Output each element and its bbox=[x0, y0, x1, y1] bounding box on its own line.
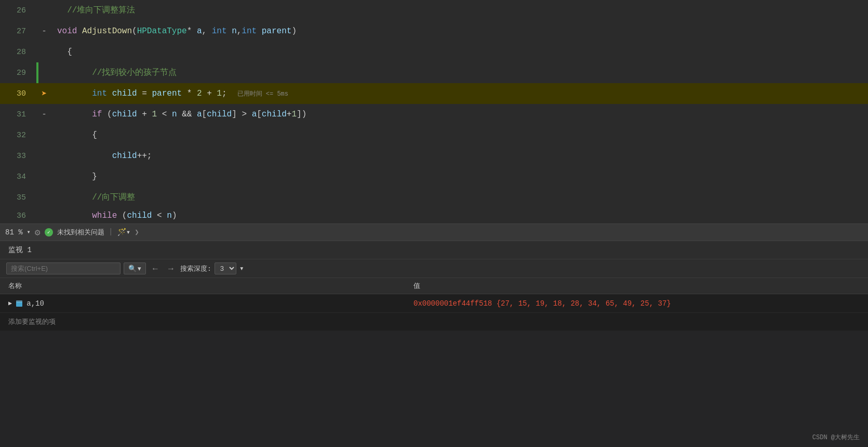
col-header-name: 名称 bbox=[0, 278, 405, 294]
col-header-value: 值 bbox=[405, 278, 868, 294]
forward-arrow-button[interactable]: → bbox=[165, 263, 177, 274]
line-number-34: 34 bbox=[0, 173, 36, 181]
var-child-idx-31: child bbox=[207, 110, 232, 119]
arrow-indicator-30: ➤ bbox=[42, 88, 47, 99]
param-n: n bbox=[232, 27, 237, 36]
line-content-30: int child = parent * 2 + 1;已用时间 <= 5ms bbox=[52, 83, 868, 104]
code-line-29: 29 //找到较小的孩子节点 bbox=[0, 62, 868, 83]
comment-text: //堆向下调整算法 bbox=[67, 6, 135, 15]
line-number-29: 29 bbox=[0, 69, 36, 77]
code-line-36: 36 while (child < n) bbox=[0, 208, 868, 224]
code-line-31: 31 - if (child + 1 < n && a[child] > a[c… bbox=[0, 104, 868, 125]
zoom-dropdown[interactable]: ▾ bbox=[27, 228, 31, 236]
wand-icon[interactable]: 🪄▾ bbox=[117, 228, 130, 236]
code-line-35: 35 //向下调整 bbox=[0, 187, 868, 208]
watch-table-body: ▶ a,10 0x0000001ef44ff518 {27, 15, 19, 1… bbox=[0, 294, 868, 331]
semicolon-30: ; bbox=[222, 89, 227, 98]
search-button[interactable]: 🔍 ▾ bbox=[124, 262, 146, 274]
var-child-36: child bbox=[127, 211, 152, 220]
code-line-33: 33 child++; bbox=[0, 146, 868, 166]
watch-cell-name-0: ▶ a,10 bbox=[0, 299, 405, 308]
watch-panel-title: 监视 1 bbox=[0, 241, 868, 259]
watch-row-0[interactable]: ▶ a,10 0x0000001ef44ff518 {27, 15, 19, 1… bbox=[0, 294, 868, 313]
paren-close-36: ) bbox=[172, 211, 177, 220]
op-lt: < bbox=[162, 110, 167, 119]
param-parent: parent bbox=[262, 27, 292, 36]
separator: | bbox=[109, 228, 113, 236]
op-star: * bbox=[187, 89, 192, 98]
brace-open-28: { bbox=[67, 47, 72, 57]
code-line-32: 32 { bbox=[0, 125, 868, 146]
line-content-26: //堆向下调整算法 bbox=[52, 0, 868, 21]
var-child: child bbox=[112, 89, 137, 98]
search-dropdown-arrow: ▾ bbox=[138, 265, 141, 272]
code-line-26: 26 //堆向下调整算法 bbox=[0, 0, 868, 21]
line-gutter-31: - bbox=[36, 110, 52, 119]
no-issues-icon: ✓ bbox=[45, 228, 53, 236]
status-bar: 81 % ▾ ⚙ ✓ 未找到相关问题 | 🪄▾ ❯ bbox=[0, 224, 868, 240]
keyword-void: void bbox=[57, 27, 77, 36]
punct-comma1: , bbox=[202, 27, 207, 36]
num-1-idx: 1 bbox=[291, 110, 297, 119]
line-content-32: { bbox=[52, 125, 868, 146]
line-number-31: 31 bbox=[0, 110, 36, 119]
minus-indicator-27: - bbox=[42, 27, 47, 36]
bracket-open-31: [ bbox=[202, 110, 207, 119]
line-content-27: void AdjustDown(HPDataType* a, int n,int… bbox=[52, 21, 868, 42]
code-line-30: 30 ➤ int child = parent * 2 + 1;已用时间 <= … bbox=[0, 83, 868, 104]
line-content-31: if (child + 1 < n && a[child] > a[child+… bbox=[52, 104, 868, 125]
search-icon: 🔍 bbox=[128, 265, 137, 272]
code-editor: 26 //堆向下调整算法 27 - void AdjustDown(HPData… bbox=[0, 0, 868, 224]
semicolon-33: ; bbox=[147, 151, 152, 161]
expand-icon-0[interactable]: ▶ bbox=[8, 299, 12, 307]
bracket-open2-31: [ bbox=[257, 110, 262, 119]
line-number-36: 36 bbox=[0, 212, 36, 220]
op-inc: ++ bbox=[137, 151, 147, 161]
line-gutter-30: ➤ bbox=[36, 88, 52, 99]
watch-add-item-row[interactable]: 添加要监视的项 bbox=[0, 313, 868, 331]
keyword-int-parent: int bbox=[242, 27, 257, 36]
var-child-31: child bbox=[112, 110, 137, 119]
var-n-31: n bbox=[172, 110, 177, 119]
num-1: 1 bbox=[217, 89, 222, 98]
line-content-36: while (child < n) bbox=[52, 208, 868, 224]
depth-dropdown-arrow: ▾ bbox=[239, 264, 244, 273]
watch-add-placeholder: 添加要监视的项 bbox=[8, 317, 56, 326]
comment-35: //向下调整 bbox=[92, 193, 135, 202]
line-gutter-27: - bbox=[36, 27, 52, 36]
punct-comma2: , bbox=[237, 27, 242, 36]
bracket-close-31: ] bbox=[232, 110, 237, 119]
watch-search-input[interactable] bbox=[6, 262, 121, 274]
paren-while: ( bbox=[122, 211, 127, 220]
line-number-28: 28 bbox=[0, 48, 36, 57]
op-plus-31: + bbox=[142, 110, 147, 119]
var-n-36: n bbox=[167, 211, 172, 220]
svg-rect-1 bbox=[16, 300, 22, 303]
cube-icon-0 bbox=[15, 299, 23, 308]
punct-close: ) bbox=[291, 27, 297, 36]
line-number-35: 35 bbox=[0, 193, 36, 202]
depth-select[interactable]: 3 1 2 4 5 bbox=[215, 262, 236, 274]
gear-icon: ⚙ bbox=[35, 227, 41, 238]
op-eq: = bbox=[142, 89, 147, 98]
var-child-33: child bbox=[112, 151, 137, 161]
watch-toolbar: 🔍 ▾ ← → 搜索深度: 3 1 2 4 5 ▾ bbox=[0, 259, 868, 278]
zoom-level[interactable]: 81 % bbox=[5, 228, 23, 236]
svg-rect-0 bbox=[16, 302, 22, 307]
op-plus: + bbox=[207, 89, 212, 98]
watch-item-name-0: a,10 bbox=[26, 299, 44, 308]
back-arrow-button[interactable]: ← bbox=[149, 263, 162, 274]
num-2: 2 bbox=[197, 89, 202, 98]
line-number-27: 27 bbox=[0, 27, 36, 36]
green-bar-indicator bbox=[36, 62, 38, 83]
bracket-close2-31: ] bbox=[297, 110, 302, 119]
footer-brand: CSDN @大树先生 bbox=[812, 433, 860, 442]
watch-table-header: 名称 值 bbox=[0, 278, 868, 294]
line-content-35: //向下调整 bbox=[52, 187, 868, 208]
line-number-30: 30 bbox=[0, 89, 36, 98]
line-content-28: { bbox=[52, 42, 868, 62]
keyword-while: while bbox=[92, 211, 117, 220]
brand-text: CSDN @大树先生 bbox=[812, 434, 860, 441]
no-issues-text: 未找到相关问题 bbox=[57, 228, 104, 237]
code-line-27: 27 - void AdjustDown(HPDataType* a, int … bbox=[0, 21, 868, 42]
